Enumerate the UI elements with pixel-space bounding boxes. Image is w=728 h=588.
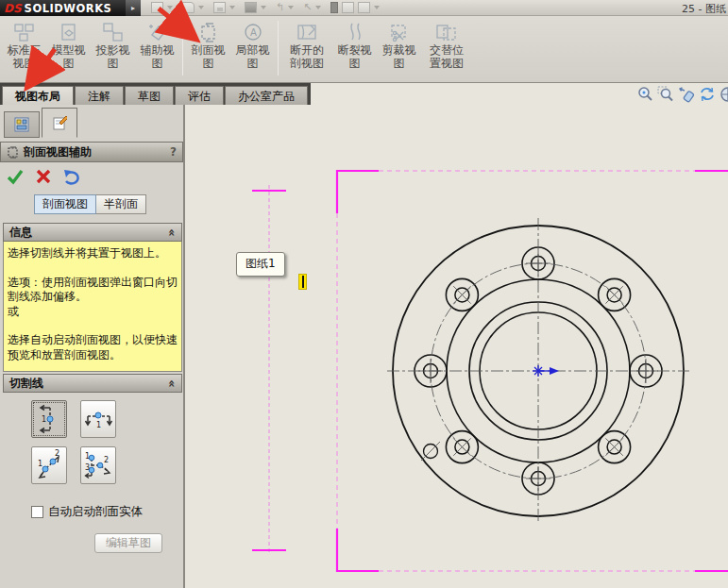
caret-icon[interactable] <box>374 6 380 9</box>
undo-icon[interactable]: ↰ <box>276 2 284 13</box>
tab-view-layout[interactable]: 视图布局 <box>2 86 74 105</box>
auto-start-section-label: 自动启动剖面实体 <box>48 504 143 520</box>
sheet-tooltip: 图纸1 <box>236 252 285 277</box>
half-section-mode-button[interactable]: 半剖面 <box>96 194 146 214</box>
options-icon[interactable] <box>358 2 370 13</box>
break-view-button[interactable]: 断裂视图 <box>332 19 377 70</box>
svg-text:1: 1 <box>96 421 101 429</box>
open-icon[interactable] <box>182 2 195 13</box>
section-cut-line[interactable] <box>252 185 286 555</box>
crop-view-button[interactable]: 剪裁视图 <box>377 19 421 70</box>
section-view-icon <box>197 21 220 43</box>
section-view-mode-button[interactable]: 剖面视图 <box>34 194 96 214</box>
brand-text: SOLIDWORKS <box>25 2 112 15</box>
vertical-cut-line-icon: 1 <box>35 403 63 435</box>
graphics-area[interactable]: 图纸1 <box>185 83 728 588</box>
standard-3-view-icon <box>13 21 36 43</box>
title-bar: DS SOLIDWORKS ▸ ↰ ↖ 25 - 图纸 <box>0 0 728 16</box>
cutting-line-options: 1 1 <box>3 393 182 487</box>
drawing-canvas[interactable] <box>185 83 728 588</box>
panel-header: 剖面视图辅助 ? <box>0 142 183 162</box>
collapse-chevron-icon[interactable]: « <box>164 228 178 236</box>
section-assist-icon <box>7 146 19 159</box>
caret-icon[interactable] <box>315 6 321 9</box>
panel-tabs <box>4 108 79 138</box>
property-manager-panel: 剖面视图辅助 ? 剖面视图 半剖面 信息 « 选择切割线并将其置于视图上。 选项… <box>0 105 185 588</box>
caret-icon[interactable] <box>198 6 204 9</box>
model-view-button[interactable]: 模型视图 <box>46 19 91 70</box>
alternate-position-view-button[interactable]: 交替位置视图 <box>421 19 472 70</box>
flange-drawing-view[interactable] <box>387 218 689 524</box>
solidworks-window: DS SOLIDWORKS ▸ ↰ ↖ 25 - 图纸 标准三视图 模型视图 <box>0 0 728 588</box>
auto-start-section-checkbox[interactable] <box>31 506 43 518</box>
cutting-line-section: 切割线 « 1 <box>3 374 182 487</box>
auxiliary-view-button[interactable]: 辅助视图 <box>135 19 179 70</box>
help-icon[interactable]: ? <box>170 145 177 159</box>
horizontal-cut-line-button[interactable]: 1 <box>80 400 116 438</box>
svg-text:2: 2 <box>104 456 109 464</box>
broken-out-section-button[interactable]: 断开的剖视图 <box>281 19 332 70</box>
svg-text:3: 3 <box>85 463 90 472</box>
break-view-icon <box>344 21 366 43</box>
model-view-icon <box>58 21 80 43</box>
command-manager-tabs: 视图布局 注解 草图 评估 办公室产品 <box>0 83 311 105</box>
origin-marker-icon <box>533 365 559 377</box>
auxiliary-cut-line-icon: 1 2 <box>35 449 63 481</box>
caret-icon[interactable] <box>229 6 235 9</box>
tab-office-products[interactable]: 办公室产品 <box>225 86 308 105</box>
ok-check-icon[interactable] <box>6 167 25 186</box>
save-icon[interactable] <box>213 2 226 13</box>
ds-logo-icon: DS <box>4 2 22 15</box>
section-mode-buttons: 剖面视图 半剖面 <box>34 194 146 214</box>
eraser-icon[interactable] <box>330 2 338 13</box>
projected-view-button[interactable]: 投影视图 <box>91 19 135 70</box>
edit-sketch-button[interactable]: 编辑草图 <box>94 533 162 553</box>
feature-tree-icon <box>14 117 29 132</box>
panel-title: 剖面视图辅助 <box>24 144 92 160</box>
info-section-header: 信息 « <box>3 223 182 242</box>
svg-text:A: A <box>250 27 257 38</box>
cutting-line-header: 切割线 « <box>3 374 182 393</box>
tab-annotation[interactable]: 注解 <box>75 86 124 105</box>
feature-manager-tab[interactable] <box>4 111 40 138</box>
info-section: 信息 « 选择切割线并将其置于视图上。 选项：使用剖面视图弹出窗口向切割线添加偏… <box>3 223 182 372</box>
window-title: 25 - 图纸 <box>682 2 726 16</box>
collapse-chevron-icon[interactable]: « <box>164 379 178 387</box>
command-manager-ribbon: 标准三视图 模型视图 投影视图 辅助视图 剖面视图 A 局部视图 断开的剖视图 <box>0 16 728 83</box>
property-manager-tab[interactable] <box>42 108 77 138</box>
detail-view-icon: A <box>242 21 264 43</box>
aligned-cut-line-icon: 1 2 3 <box>84 449 112 481</box>
svg-text:1: 1 <box>38 460 42 468</box>
select-icon[interactable]: ↖ <box>303 2 312 13</box>
auto-start-section-row: 自动启动剖面实体 <box>31 504 143 520</box>
caret-icon[interactable] <box>261 6 266 9</box>
horizontal-cut-line-icon: 1 <box>84 403 112 435</box>
alternate-position-view-icon <box>435 21 458 43</box>
info-message: 选择切割线并将其置于视图上。 选项：使用剖面视图弹出窗口向切割线添加偏移。 或 … <box>3 242 182 372</box>
auxiliary-cut-line-button[interactable]: 1 2 <box>31 446 67 484</box>
document-icon[interactable] <box>342 2 354 13</box>
detail-view-button[interactable]: A 局部视图 <box>230 19 275 70</box>
ribbon-separator <box>182 21 183 76</box>
caret-icon[interactable] <box>167 6 173 9</box>
svg-text:2: 2 <box>55 449 59 458</box>
panel-actions <box>6 167 81 186</box>
broken-out-section-icon <box>296 21 318 43</box>
section-view-button[interactable]: 剖面视图 <box>186 19 230 70</box>
tab-evaluate[interactable]: 评估 <box>175 86 224 105</box>
caret-icon[interactable] <box>288 6 294 9</box>
crop-view-icon <box>388 21 411 43</box>
tab-sketch[interactable]: 草图 <box>125 86 174 105</box>
new-icon[interactable] <box>151 2 163 13</box>
standard-3-view-button[interactable]: 标准三视图 <box>2 19 46 70</box>
cancel-x-icon[interactable] <box>34 167 53 186</box>
auxiliary-view-icon <box>146 21 169 43</box>
projected-view-icon <box>102 21 125 43</box>
menu-expand-arrow-icon[interactable]: ▸ <box>126 0 141 16</box>
print-icon[interactable] <box>245 2 257 13</box>
text-cursor-icon <box>298 274 307 290</box>
vertical-cut-line-button[interactable]: 1 <box>31 400 67 438</box>
ribbon-separator <box>278 21 279 76</box>
undo-icon[interactable] <box>62 167 81 186</box>
aligned-cut-line-button[interactable]: 1 2 3 <box>80 446 116 484</box>
